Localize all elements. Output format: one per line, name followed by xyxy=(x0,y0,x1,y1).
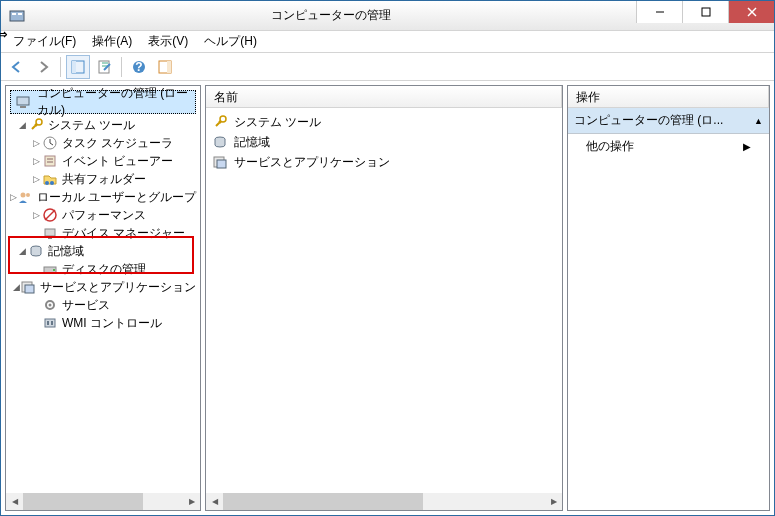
svg-point-21 xyxy=(20,193,25,198)
tree-node-services-apps[interactable]: ◢サービスとアプリケーション xyxy=(8,278,198,296)
maximize-button[interactable] xyxy=(682,1,728,23)
scroll-right-icon[interactable]: ▶ xyxy=(545,493,562,510)
expand-arrow-icon[interactable]: ◢ xyxy=(16,245,28,257)
window-controls xyxy=(636,1,774,23)
performance-icon xyxy=(42,207,58,223)
clock-icon xyxy=(42,135,58,151)
actions-item-label: 他の操作 xyxy=(586,138,634,155)
svg-rect-8 xyxy=(72,61,76,73)
horizontal-scrollbar[interactable]: ◀ ▶ xyxy=(206,493,562,510)
back-button[interactable] xyxy=(5,55,29,79)
shared-folder-icon xyxy=(42,171,58,187)
tree-node-event-viewer[interactable]: ▷イベント ビューアー xyxy=(8,152,198,170)
tree-label: ローカル ユーザーとグループ xyxy=(35,188,198,207)
actions-section-header[interactable]: コンピューターの管理 (ロ... ▲ xyxy=(568,108,769,134)
submenu-arrow-icon: ▶ xyxy=(743,141,751,152)
titlebar[interactable]: コンピューターの管理 xyxy=(1,1,774,31)
svg-point-20 xyxy=(50,181,54,185)
list-item[interactable]: システム ツール xyxy=(210,112,558,132)
list-item-label: サービスとアプリケーション xyxy=(234,154,390,171)
collapse-arrow-icon[interactable]: ▲ xyxy=(754,116,763,126)
expand-arrow-icon[interactable]: ◢ xyxy=(13,281,20,293)
window-title: コンピューターの管理 xyxy=(25,7,636,24)
action-pane-button[interactable] xyxy=(153,55,177,79)
menu-file[interactable]: ファイル(F) xyxy=(5,30,84,53)
menu-help[interactable]: ヘルプ(H) xyxy=(196,30,265,53)
tree-label: システム ツール xyxy=(46,116,137,135)
svg-point-37 xyxy=(220,116,226,122)
scroll-left-icon[interactable]: ◀ xyxy=(6,493,23,510)
services-apps-icon xyxy=(212,154,228,170)
event-icon xyxy=(42,153,58,169)
tree-node-performance[interactable]: ▷パフォーマンス xyxy=(8,206,198,224)
tree-label: サービスとアプリケーション xyxy=(38,278,198,297)
list-view[interactable]: システム ツール 記憶域 サービスとアプリケーション xyxy=(206,108,562,510)
actions-body: コンピューターの管理 (ロ... ▲ 他の操作 ▶ xyxy=(568,108,769,510)
scroll-right-icon[interactable]: ▶ xyxy=(183,493,200,510)
collapse-arrow-icon[interactable]: ▷ xyxy=(10,191,17,203)
column-name[interactable]: 名前 xyxy=(206,86,562,107)
scroll-left-icon[interactable]: ◀ xyxy=(206,493,223,510)
column-header[interactable]: 名前 xyxy=(206,86,562,108)
tree-label: WMI コントロール xyxy=(60,314,164,333)
svg-rect-14 xyxy=(17,97,29,105)
actions-header-label: 操作 xyxy=(568,86,769,107)
tree-root[interactable]: コンピューターの管理 (ローカル) xyxy=(10,90,196,114)
tree-node-local-users[interactable]: ▷ローカル ユーザーとグループ xyxy=(8,188,198,206)
tree-root-label: コンピューターの管理 (ローカル) xyxy=(37,86,191,119)
tree-node-services[interactable]: サービス xyxy=(8,296,198,314)
forward-button[interactable] xyxy=(31,55,55,79)
svg-point-29 xyxy=(53,269,55,271)
scroll-thumb[interactable] xyxy=(223,493,423,510)
menu-view[interactable]: 表示(V) xyxy=(140,30,196,53)
tree-node-device-manager[interactable]: デバイス マネージャー xyxy=(8,224,198,242)
main-window: コンピューターの管理 ファイル(F) 操作(A) 表示(V) ヘルプ(H) ? … xyxy=(0,0,775,516)
disk-icon xyxy=(42,261,58,277)
scroll-track[interactable] xyxy=(23,493,183,510)
svg-rect-0 xyxy=(10,11,24,21)
minimize-button[interactable] xyxy=(636,1,682,23)
svg-point-33 xyxy=(49,304,52,307)
tree-node-shared-folders[interactable]: ▷共有フォルダー xyxy=(8,170,198,188)
collapse-arrow-icon[interactable]: ▷ xyxy=(30,155,42,167)
tree-node-disk-management[interactable]: ディスクの管理 xyxy=(8,260,198,278)
svg-text:?: ? xyxy=(135,60,142,74)
list-item[interactable]: サービスとアプリケーション xyxy=(210,152,558,172)
tree-view[interactable]: コンピューターの管理 (ローカル) ◢システム ツール ▷タスク スケジューラ … xyxy=(6,86,200,510)
collapse-arrow-icon[interactable]: ▷ xyxy=(30,173,42,185)
list-panel: 名前 システム ツール 記憶域 サービスとアプリケーション ◀ ▶ xyxy=(205,85,563,511)
scroll-track[interactable] xyxy=(223,493,545,510)
show-hide-tree-button[interactable] xyxy=(66,55,90,79)
wmi-icon xyxy=(42,315,58,331)
svg-rect-4 xyxy=(702,8,710,16)
expand-arrow-icon[interactable]: ◢ xyxy=(16,119,28,131)
tools-icon xyxy=(28,117,44,133)
tree-node-task-scheduler[interactable]: ▷タスク スケジューラ xyxy=(8,134,198,152)
list-item[interactable]: 記憶域 xyxy=(210,132,558,152)
svg-rect-13 xyxy=(167,61,171,73)
collapse-arrow-icon[interactable]: ▷ xyxy=(30,137,42,149)
tree-label: イベント ビューアー xyxy=(60,152,175,171)
tree-node-wmi[interactable]: WMI コントロール xyxy=(8,314,198,332)
actions-header: 操作 xyxy=(568,86,769,108)
properties-button[interactable] xyxy=(92,55,116,79)
app-icon xyxy=(9,8,25,24)
body-area: コンピューターの管理 (ローカル) ◢システム ツール ▷タスク スケジューラ … xyxy=(1,81,774,515)
scroll-thumb[interactable] xyxy=(23,493,143,510)
resize-cursor: ⇔ xyxy=(0,26,8,42)
help-button[interactable]: ? xyxy=(127,55,151,79)
menu-action[interactable]: 操作(A) xyxy=(84,30,140,53)
device-icon xyxy=(42,225,58,241)
gear-icon xyxy=(42,297,58,313)
collapse-arrow-icon[interactable]: ▷ xyxy=(30,209,42,221)
storage-icon xyxy=(28,243,44,259)
tree-label: サービス xyxy=(60,296,112,315)
toolbar-separator xyxy=(60,57,61,77)
actions-panel: 操作 コンピューターの管理 (ロ... ▲ 他の操作 ▶ xyxy=(567,85,770,511)
horizontal-scrollbar[interactable]: ◀ ▶ xyxy=(6,493,200,510)
tree-node-storage[interactable]: ◢記憶域 xyxy=(8,242,198,260)
actions-other-operations[interactable]: 他の操作 ▶ xyxy=(568,134,769,159)
close-button[interactable] xyxy=(728,1,774,23)
tree-label: パフォーマンス xyxy=(60,206,148,225)
svg-rect-40 xyxy=(217,160,226,168)
